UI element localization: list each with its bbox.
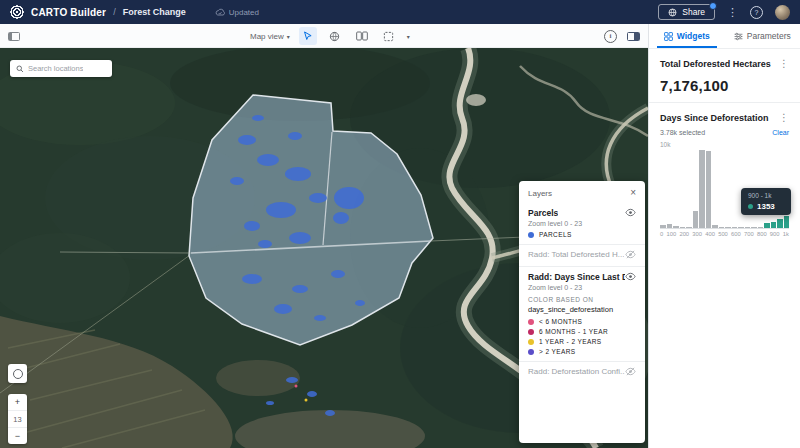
zoom-control: + 13 − [8, 394, 27, 444]
legend-row: 1 YEAR - 2 YEARS [528, 338, 636, 345]
eye-icon[interactable] [625, 207, 636, 218]
legend-dot-icon [528, 232, 534, 238]
layer-name[interactable]: Radd: Days Since Last De... [528, 272, 625, 282]
chevron-down-icon: ▾ [287, 33, 290, 40]
layer-name[interactable]: Radd: Deforestation Confi... [528, 367, 625, 376]
x-tick-label: 900 [770, 231, 780, 237]
locate-icon [13, 369, 23, 379]
histogram-bar[interactable] [725, 227, 731, 228]
chevron-down-icon[interactable]: ▾ [407, 33, 410, 40]
histogram-bar[interactable] [719, 227, 725, 228]
globe-icon [329, 31, 340, 42]
layer-item-parcels: Parcels Zoom level 0 - 23 PARCELS [519, 203, 645, 244]
map-title[interactable]: Forest Change [123, 7, 186, 17]
widget-menu-icon[interactable]: ⋮ [779, 59, 789, 69]
legend-label: 6 MONTHS - 1 YEAR [539, 328, 608, 335]
x-tick-label: 600 [731, 231, 741, 237]
color-based-on-label: COLOR BASED ON [528, 296, 636, 303]
share-globe-icon [668, 8, 677, 17]
histogram-bar[interactable] [738, 227, 744, 228]
layers-panel: Layers × Parcels Zoom level 0 - 23 PARCE… [519, 181, 645, 443]
tab-parameters[interactable]: Parameters [725, 24, 800, 48]
info-icon[interactable]: i [604, 30, 617, 43]
histogram-bar[interactable] [673, 226, 679, 228]
x-tick-label: 1k [783, 231, 789, 237]
histogram-bar[interactable] [699, 150, 705, 228]
map-view-dropdown[interactable]: Map view ▾ [250, 32, 290, 41]
series-dot-icon [748, 204, 753, 209]
legend-row: > 2 YEARS [528, 348, 636, 355]
tab-widgets[interactable]: Widgets [649, 24, 725, 48]
map-toolbar: Map view ▾ [0, 24, 648, 48]
eye-icon[interactable] [625, 271, 636, 282]
legend-label: PARCELS [539, 231, 572, 238]
histogram-bar[interactable] [732, 227, 738, 228]
zoom-in-button[interactable]: + [8, 394, 27, 410]
histogram-bar[interactable] [764, 223, 770, 228]
cursor-icon [303, 31, 313, 41]
histogram-bar[interactable] [784, 216, 790, 228]
map-search[interactable]: Search locations [10, 60, 112, 77]
help-icon[interactable]: ? [750, 6, 763, 19]
zoom-out-button[interactable]: − [8, 428, 27, 444]
sliders-icon [734, 32, 743, 41]
widget-menu-icon[interactable]: ⋮ [779, 113, 789, 123]
zoom-level: 13 [8, 410, 27, 428]
histogram-bar[interactable] [758, 227, 764, 228]
histogram-x-axis: 01002003004005006007008009001k [660, 231, 789, 237]
avatar[interactable] [775, 5, 790, 20]
formula-value: 7,176,100 [660, 77, 789, 94]
select-tool-button[interactable] [299, 27, 317, 45]
close-icon[interactable]: × [630, 188, 636, 198]
tooltip-range: 900 - 1k [748, 192, 784, 199]
save-status-label: Updated [229, 8, 259, 17]
histogram-bar[interactable] [712, 225, 718, 228]
histogram-bar[interactable] [660, 225, 666, 228]
histogram-bar[interactable] [667, 224, 673, 228]
histogram-bar[interactable] [777, 219, 783, 228]
eye-off-icon[interactable] [625, 249, 636, 260]
x-tick-label: 500 [718, 231, 728, 237]
widget-title: Days Since Deforestation [660, 113, 769, 123]
carto-logo-icon[interactable] [10, 5, 24, 19]
panel-tabs: Widgets Parameters [649, 24, 800, 49]
breadcrumb-separator: / [113, 7, 116, 17]
eye-off-icon[interactable] [625, 366, 636, 377]
basemap-button[interactable] [326, 27, 344, 45]
histogram-bar[interactable] [771, 222, 777, 228]
histogram-bar[interactable] [680, 227, 686, 228]
select-area-button[interactable] [380, 27, 398, 45]
layer-name[interactable]: Radd: Total Deforested H... [528, 250, 624, 259]
brand-title: CARTO Builder [31, 7, 106, 18]
x-tick-label: 100 [666, 231, 676, 237]
map-viewport[interactable]: Search locations + 13 − Layers × Parcels [0, 48, 648, 448]
widgets-icon [664, 32, 673, 41]
legend-row: 6 MONTHS - 1 YEAR [528, 328, 636, 335]
share-button[interactable]: Share [658, 4, 715, 20]
legend-row: PARCELS [528, 231, 636, 238]
selected-count: 3.78k selected [660, 129, 705, 136]
legend-label: < 6 MONTHS [539, 318, 582, 325]
locate-button[interactable] [8, 364, 27, 383]
histogram-bar[interactable] [745, 227, 751, 228]
histogram-bar[interactable] [693, 211, 699, 228]
histogram-bar[interactable] [706, 151, 712, 228]
histogram-bar[interactable] [751, 227, 757, 228]
toggle-left-panel-icon[interactable] [8, 24, 20, 48]
histogram-chart: 10k 01002003004005006007008009001k 900 -… [660, 148, 789, 237]
layers-panel-title: Layers [528, 189, 552, 198]
histogram-tooltip: 900 - 1k 1353 [741, 188, 791, 215]
formula-widget: Total Deforested Hectares ⋮ 7,176,100 [649, 49, 800, 102]
histogram-bar[interactable] [686, 227, 692, 228]
layer-item-radd-days: Radd: Days Since Last De... Zoom level 0… [519, 267, 645, 361]
legend-label: > 2 YEARS [539, 348, 576, 355]
overflow-menu-icon[interactable]: ⋮ [727, 7, 738, 18]
toggle-right-panel-icon[interactable] [627, 32, 640, 41]
tab-parameters-label: Parameters [747, 31, 791, 41]
layer-name[interactable]: Parcels [528, 208, 558, 218]
x-tick-label: 0 [660, 231, 663, 237]
clear-selection-link[interactable]: Clear [772, 129, 789, 136]
x-tick-label: 700 [744, 231, 754, 237]
x-tick-label: 300 [692, 231, 702, 237]
dual-map-button[interactable] [353, 27, 371, 45]
